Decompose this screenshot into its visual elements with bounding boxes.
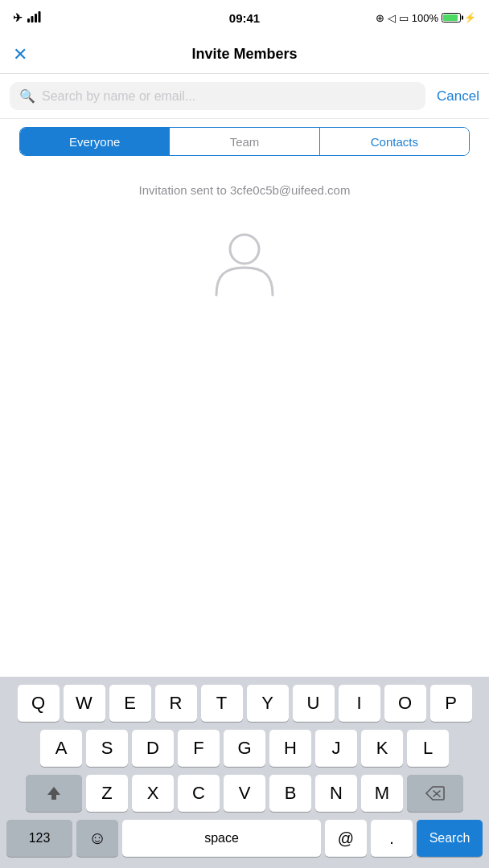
key-r[interactable]: R bbox=[155, 685, 197, 722]
key-d[interactable]: D bbox=[132, 730, 174, 767]
content-area: Invitation sent to 3cfe0c5b@uifeed.com bbox=[0, 167, 489, 448]
key-m[interactable]: M bbox=[361, 775, 403, 812]
key-k[interactable]: K bbox=[361, 730, 403, 767]
battery-icon bbox=[442, 13, 461, 23]
keyboard-row-3: Z X C V B N M bbox=[3, 775, 486, 812]
key-x[interactable]: X bbox=[132, 775, 174, 812]
key-s[interactable]: S bbox=[86, 730, 128, 767]
key-c[interactable]: C bbox=[178, 775, 220, 812]
cancel-button[interactable]: Cancel bbox=[434, 88, 479, 104]
signal-bars bbox=[27, 11, 42, 25]
segment-control-wrapper: Everyone Team Contacts bbox=[0, 127, 489, 156]
page-title: Invite Members bbox=[191, 46, 297, 63]
search-input[interactable] bbox=[42, 89, 416, 104]
key-w[interactable]: W bbox=[64, 685, 105, 722]
shift-key[interactable] bbox=[26, 775, 82, 812]
segment-team[interactable]: Team bbox=[170, 128, 319, 155]
key-p[interactable]: P bbox=[430, 685, 472, 722]
key-a[interactable]: A bbox=[40, 730, 82, 767]
nav-bar: ✕ Invite Members bbox=[0, 35, 489, 74]
segment-everyone[interactable]: Everyone bbox=[20, 128, 170, 155]
invitation-text: Invitation sent to 3cfe0c5b@uifeed.com bbox=[139, 183, 351, 197]
key-f[interactable]: F bbox=[178, 730, 220, 767]
keyboard-row-1: Q W E R T Y U I O P bbox=[3, 685, 486, 722]
status-time: 09:41 bbox=[229, 11, 260, 25]
svg-rect-0 bbox=[27, 18, 30, 23]
svg-rect-1 bbox=[31, 16, 34, 23]
key-b[interactable]: B bbox=[269, 775, 311, 812]
key-j[interactable]: J bbox=[315, 730, 357, 767]
airplane-icon: ✈ bbox=[13, 11, 23, 24]
key-u[interactable]: U bbox=[293, 685, 335, 722]
svg-rect-3 bbox=[39, 11, 41, 23]
search-bar: 🔍 bbox=[10, 82, 425, 110]
period-key[interactable]: . bbox=[371, 820, 413, 857]
key-y[interactable]: Y bbox=[247, 685, 289, 722]
person-icon bbox=[212, 229, 277, 301]
at-key[interactable]: @ bbox=[325, 820, 367, 857]
svg-rect-2 bbox=[35, 14, 37, 23]
status-right: ⊕ ◁ ▭ 100% ⚡ bbox=[376, 12, 476, 24]
close-button[interactable]: ✕ bbox=[13, 46, 27, 63]
space-key[interactable]: space bbox=[122, 820, 321, 857]
segment-contacts[interactable]: Contacts bbox=[320, 128, 469, 155]
emoji-key[interactable]: ☺ bbox=[76, 820, 118, 857]
key-n[interactable]: N bbox=[315, 775, 357, 812]
key-g[interactable]: G bbox=[224, 730, 265, 767]
key-z[interactable]: Z bbox=[86, 775, 128, 812]
key-h[interactable]: H bbox=[269, 730, 311, 767]
search-icon: 🔍 bbox=[19, 88, 35, 104]
key-q[interactable]: Q bbox=[18, 685, 60, 722]
backspace-key[interactable] bbox=[407, 775, 463, 812]
svg-point-4 bbox=[230, 235, 259, 264]
navigation-icon: ◁ bbox=[388, 12, 396, 24]
key-l[interactable]: L bbox=[407, 730, 449, 767]
keyboard-row-2: A S D F G H J K L bbox=[3, 730, 486, 767]
status-bar: ✈ 09:41 ⊕ ◁ ▭ 100% ⚡ bbox=[0, 0, 489, 35]
key-t[interactable]: T bbox=[201, 685, 243, 722]
battery-percent: 100% bbox=[412, 12, 438, 24]
screen-icon: ▭ bbox=[399, 12, 409, 24]
segment-control: Everyone Team Contacts bbox=[19, 127, 470, 156]
key-o[interactable]: O bbox=[384, 685, 426, 722]
search-bar-container: 🔍 Cancel bbox=[0, 74, 489, 119]
keyboard-bottom-row: 123 ☺ space @ . Search bbox=[3, 820, 486, 857]
charging-icon: ⚡ bbox=[464, 12, 476, 23]
numbers-key[interactable]: 123 bbox=[6, 820, 72, 857]
key-i[interactable]: I bbox=[339, 685, 380, 722]
key-e[interactable]: E bbox=[109, 685, 151, 722]
status-left: ✈ bbox=[13, 11, 42, 25]
key-v[interactable]: V bbox=[224, 775, 265, 812]
keyboard: Q W E R T Y U I O P A S D F G H J K L Z … bbox=[0, 677, 489, 868]
location-icon: ⊕ bbox=[376, 12, 384, 24]
search-button[interactable]: Search bbox=[417, 820, 483, 857]
